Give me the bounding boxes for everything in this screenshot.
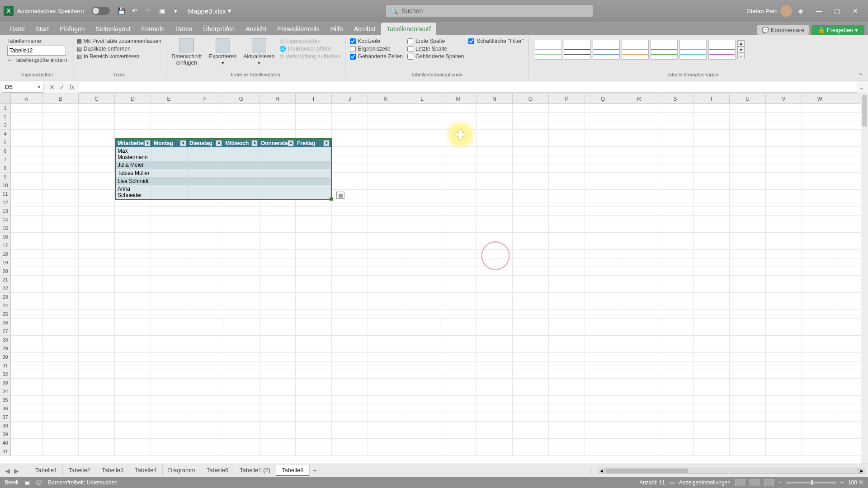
maximize-button[interactable]: ▢ bbox=[828, 4, 846, 18]
status-display-settings[interactable]: Anzeigeeinstellungen bbox=[679, 479, 731, 486]
ergebniszeile-checkbox[interactable]: Ergebniszeile bbox=[350, 46, 403, 52]
table-cell[interactable]: Anna Schneider bbox=[116, 185, 152, 199]
filter-button[interactable]: ▾ bbox=[180, 140, 186, 146]
sheet-nav-next[interactable]: ▶ bbox=[12, 466, 21, 475]
table-cell[interactable] bbox=[188, 169, 223, 177]
row-header[interactable]: 3 bbox=[0, 121, 11, 130]
sheet-tab[interactable]: Tabelle3 bbox=[96, 465, 129, 476]
expand-formula-icon[interactable]: ⌄ bbox=[857, 84, 866, 91]
gallery-up-button[interactable]: ▴ bbox=[737, 40, 745, 47]
table-style-thumb[interactable] bbox=[622, 40, 649, 60]
column-header[interactable]: M bbox=[440, 94, 476, 103]
table-header-cell[interactable]: Mitarbeiter▾ bbox=[116, 139, 152, 147]
gebaenderte-spalten-checkbox[interactable]: Gebänderte Spalten bbox=[407, 53, 464, 60]
row-header[interactable]: 22 bbox=[0, 284, 11, 293]
pivottable-button[interactable]: ▦Mit PivotTable zusammenfassen bbox=[77, 38, 161, 44]
table-cell[interactable] bbox=[295, 161, 331, 169]
column-header[interactable]: N bbox=[476, 94, 513, 103]
ribbon-tab-formeln[interactable]: Formeln bbox=[136, 23, 170, 35]
row-header[interactable]: 19 bbox=[0, 258, 11, 267]
ribbon-tab-hilfe[interactable]: Hilfe bbox=[325, 23, 349, 35]
zoom-slider[interactable] bbox=[786, 482, 836, 483]
table-cell[interactable] bbox=[223, 169, 259, 177]
table-cell[interactable] bbox=[259, 177, 295, 185]
page-break-view-button[interactable] bbox=[764, 479, 774, 486]
qat-more-icon[interactable]: ▾ bbox=[170, 6, 180, 16]
column-header[interactable]: C bbox=[79, 94, 115, 103]
column-header[interactable]: E bbox=[151, 94, 187, 103]
filter-button[interactable]: ▾ bbox=[144, 140, 151, 146]
macro-record-icon[interactable]: ▣ bbox=[25, 479, 30, 486]
table-name-input[interactable] bbox=[7, 46, 66, 56]
table-style-thumb[interactable] bbox=[651, 40, 678, 60]
row-header[interactable]: 38 bbox=[0, 422, 11, 430]
column-header[interactable]: B bbox=[42, 94, 79, 103]
gebaenderte-zeilen-checkbox[interactable]: Gebänderte Zeilen bbox=[350, 53, 403, 60]
diamond-icon[interactable]: ◈ bbox=[792, 4, 810, 18]
row-header[interactable]: 2 bbox=[0, 113, 11, 121]
table-cell[interactable] bbox=[295, 147, 331, 161]
ribbon-tab-start[interactable]: Start bbox=[30, 23, 55, 35]
ribbon-tab-einfügen[interactable]: Einfügen bbox=[54, 23, 90, 35]
row-header[interactable]: 40 bbox=[0, 439, 11, 447]
sheet-tab[interactable]: Diagramm bbox=[163, 465, 201, 476]
table-cell[interactable] bbox=[259, 169, 295, 177]
horizontal-scrollbar[interactable] bbox=[605, 468, 858, 474]
table-cell[interactable] bbox=[188, 161, 223, 169]
column-header[interactable]: P bbox=[549, 94, 585, 103]
hscroll-left[interactable]: ◀ bbox=[598, 468, 605, 474]
sheet-tab[interactable]: Tabelle2 bbox=[63, 465, 96, 476]
export-button[interactable]: Exportieren▾ bbox=[207, 38, 239, 66]
row-header[interactable]: 39 bbox=[0, 430, 11, 439]
filter-button[interactable]: ▾ bbox=[323, 140, 330, 146]
row-header[interactable]: 29 bbox=[0, 344, 11, 353]
table-cell[interactable] bbox=[223, 161, 259, 169]
table-cell[interactable] bbox=[259, 147, 295, 161]
row-header[interactable]: 25 bbox=[0, 310, 11, 319]
erste-spalte-checkbox[interactable]: Erste Spalte bbox=[407, 38, 464, 44]
undo-icon[interactable]: ↶ bbox=[130, 6, 140, 16]
ribbon-tab-daten[interactable]: Daten bbox=[170, 23, 198, 35]
row-header[interactable]: 33 bbox=[0, 379, 11, 387]
quick-analysis-button[interactable]: ▦ bbox=[336, 192, 344, 199]
row-header[interactable]: 9 bbox=[0, 173, 11, 181]
row-header[interactable]: 17 bbox=[0, 241, 11, 250]
filter-button[interactable]: ▾ bbox=[216, 140, 222, 146]
row-header[interactable]: 34 bbox=[0, 387, 11, 396]
table-cell[interactable]: Lisa Schmidt bbox=[116, 177, 152, 185]
row-header[interactable]: 1 bbox=[0, 104, 11, 113]
search-box[interactable]: 🔍 Suchen bbox=[385, 5, 593, 17]
row-header[interactable]: 24 bbox=[0, 301, 11, 310]
kopfzeile-checkbox[interactable]: Kopfzeile bbox=[350, 38, 403, 44]
row-header[interactable]: 20 bbox=[0, 267, 11, 276]
column-header[interactable]: U bbox=[730, 94, 766, 103]
table-header-cell[interactable]: Freitag▾ bbox=[295, 139, 331, 147]
row-header[interactable]: 15 bbox=[0, 224, 11, 233]
column-header[interactable]: W bbox=[802, 94, 838, 103]
column-header[interactable]: V bbox=[766, 94, 802, 103]
column-header[interactable]: O bbox=[513, 94, 549, 103]
row-header[interactable]: 36 bbox=[0, 404, 11, 413]
table-cell[interactable] bbox=[223, 177, 259, 185]
row-header[interactable]: 11 bbox=[0, 190, 11, 198]
row-header[interactable]: 12 bbox=[0, 198, 11, 207]
row-header[interactable]: 28 bbox=[0, 336, 11, 344]
freigeben-button[interactable]: 🔓 Freigeben ▾ bbox=[811, 25, 864, 35]
table-header-cell[interactable]: Mittwoch▾ bbox=[223, 139, 259, 147]
formula-input[interactable] bbox=[79, 82, 857, 93]
name-box[interactable]: D5 ▾ bbox=[2, 82, 43, 93]
save-icon[interactable]: 💾 bbox=[116, 6, 126, 16]
table-style-thumb[interactable] bbox=[679, 40, 707, 60]
table-header-cell[interactable]: Montag▾ bbox=[152, 139, 188, 147]
remove-duplicates-button[interactable]: ▤Duplikate entfernen bbox=[77, 46, 161, 52]
column-header[interactable]: G bbox=[223, 94, 259, 103]
row-header[interactable]: 16 bbox=[0, 233, 11, 241]
slicer-button[interactable]: Datenschnitteinfügen bbox=[171, 38, 203, 66]
column-header[interactable]: Q bbox=[585, 94, 621, 103]
kommentare-button[interactable]: 💬 Kommentare bbox=[757, 25, 809, 35]
table-header-cell[interactable]: Donnerstag▾ bbox=[259, 139, 295, 147]
table-cell[interactable] bbox=[223, 185, 259, 199]
column-header[interactable]: F bbox=[187, 94, 223, 103]
spreadsheet-grid[interactable]: ABCDEFGHIJKLMNOPQRSTUVW 1234567891011121… bbox=[0, 94, 868, 464]
data-table[interactable]: Mitarbeiter▾Montag▾Dienstag▾Mittwoch▾Don… bbox=[115, 138, 332, 200]
